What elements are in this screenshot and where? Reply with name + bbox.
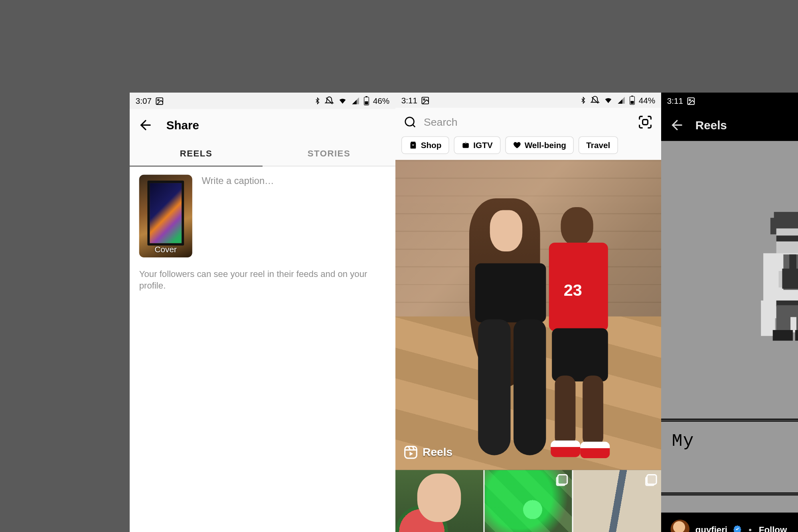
chip-label: Travel [586, 140, 610, 150]
page-title: Share [166, 118, 199, 132]
tab-stories[interactable]: STORIES [263, 141, 395, 166]
explore-thumb-3[interactable] [573, 470, 661, 532]
status-time: 3:07 [136, 96, 152, 105]
explore-hero-reel[interactable]: 23 Reels [395, 160, 661, 470]
explore-thumb-1[interactable] [395, 470, 483, 532]
svg-rect-12 [462, 143, 469, 148]
bluetooth-icon [580, 95, 587, 105]
status-bar: 3:11 44% [395, 93, 661, 108]
chip-label: Well-being [525, 140, 566, 150]
search-icon [404, 115, 417, 129]
igtv-icon [462, 141, 470, 149]
share-header: Share [130, 109, 395, 141]
svg-point-6 [423, 98, 425, 100]
image-icon [155, 96, 164, 105]
share-description: Your followers can see your reel in thei… [139, 268, 386, 292]
tab-reels[interactable]: REELS [130, 141, 263, 166]
svg-rect-9 [630, 101, 634, 104]
reels-icon [404, 445, 418, 459]
dnd-icon [590, 95, 600, 105]
status-bar: 3:07 46% [130, 93, 395, 109]
dot-separator: • [747, 524, 753, 532]
svg-point-1 [158, 99, 159, 101]
battery-icon [629, 95, 635, 105]
svg-rect-3 [365, 96, 367, 97]
status-time: 3:11 [667, 96, 683, 105]
explore-thumb-2[interactable] [484, 470, 572, 532]
heart-icon [513, 141, 521, 149]
follow-button[interactable]: Follow [759, 524, 787, 532]
hero-label-text: Reels [423, 446, 452, 459]
chip-label: Shop [421, 140, 442, 150]
back-arrow-icon[interactable] [138, 117, 153, 133]
wifi-icon [338, 97, 348, 105]
status-bar: 3:11 44% [661, 93, 798, 109]
svg-point-17 [689, 99, 691, 101]
signal-icon [617, 96, 626, 104]
game-dialogue-text: My [661, 418, 798, 495]
chip-label: IGTV [473, 140, 492, 150]
reels-header: Reels [661, 109, 798, 141]
author-username[interactable]: guyfieri [695, 524, 727, 532]
status-battery: 46% [373, 96, 389, 105]
cover-label: Cover [155, 244, 177, 254]
bluetooth-icon [314, 96, 321, 105]
pixel-professor-sprite [753, 212, 798, 347]
status-battery: 44% [639, 95, 655, 105]
chip-wellbeing[interactable]: Well-being [505, 136, 574, 154]
status-time: 3:11 [401, 95, 417, 105]
image-icon [421, 96, 430, 105]
wifi-icon [603, 96, 613, 104]
verified-badge-icon [733, 525, 742, 532]
svg-rect-8 [631, 95, 633, 96]
caption-input[interactable]: Write a caption… [202, 174, 274, 257]
page-title: Reels [695, 118, 798, 132]
chip-travel[interactable]: Travel [579, 136, 618, 154]
search-input[interactable]: Search [404, 115, 630, 129]
chip-shop[interactable]: Shop [401, 136, 449, 154]
share-tabs: REELS STORIES [130, 141, 395, 166]
search-placeholder: Search [424, 116, 457, 128]
author-avatar[interactable] [671, 520, 689, 532]
shopping-bag-icon [409, 141, 417, 149]
svg-rect-11 [643, 119, 648, 125]
image-icon [687, 96, 695, 105]
scan-icon[interactable] [638, 114, 653, 129]
dnd-icon [324, 96, 334, 105]
svg-rect-13 [405, 446, 417, 458]
svg-rect-4 [365, 101, 368, 104]
carousel-badge-icon [646, 474, 657, 485]
jersey-number: 23 [564, 281, 582, 300]
back-arrow-icon[interactable] [670, 117, 685, 133]
category-chips: Shop IGTV Well-being Travel [395, 136, 661, 160]
chip-igtv[interactable]: IGTV [454, 136, 500, 154]
carousel-badge-icon [557, 474, 568, 485]
signal-icon [351, 97, 360, 105]
svg-point-10 [405, 117, 414, 126]
reel-video[interactable]: My [661, 141, 798, 512]
cover-thumbnail[interactable]: Cover [139, 174, 192, 257]
battery-icon [363, 96, 369, 105]
